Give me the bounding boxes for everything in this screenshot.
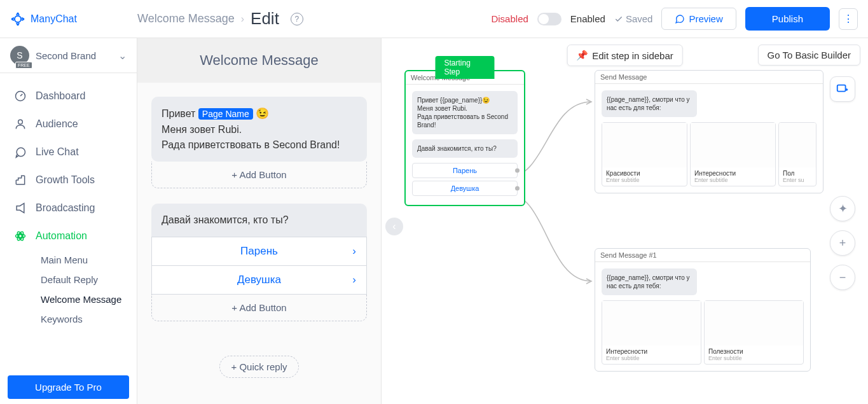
node-card-3[interactable]: Пол Enter su xyxy=(778,122,816,186)
node-option-2-label: Девушка xyxy=(451,185,479,192)
nav-dashboard[interactable]: Dashboard xyxy=(0,82,137,110)
nav-defaultreply[interactable]: Default Reply xyxy=(0,270,137,289)
new-pane-button[interactable] xyxy=(830,76,855,102)
node-card-1[interactable]: Красивости Enter subtitle xyxy=(602,122,687,186)
node-body: {{page_name}}, смотри что у нас есть для… xyxy=(595,84,823,193)
node-option-1[interactable]: Парень xyxy=(412,163,518,178)
msg2-text: Давай знакомится, кто ты? xyxy=(162,214,289,225)
card-subtitle: Enter subtitle xyxy=(602,177,687,186)
chevron-right-icon: › xyxy=(352,245,356,258)
flow-node-send-message[interactable]: Send Message {{page_name}}, смотри что у… xyxy=(595,70,823,193)
nav-growth[interactable]: Growth Tools xyxy=(0,166,137,194)
node-card-2[interactable]: Интересности Enter subtitle xyxy=(690,122,776,186)
publish-button[interactable]: Publish xyxy=(745,7,830,31)
node-card-1[interactable]: Интересности Enter subtitle xyxy=(602,300,701,365)
zoom-in-button[interactable]: + xyxy=(830,230,855,256)
main-layout: S FREE Second Brand ⌄ Dashboard Audience… xyxy=(0,38,868,404)
basic-builder-button[interactable]: Go To Basic Builder xyxy=(758,45,860,66)
more-menu-button[interactable]: ⋮ xyxy=(839,8,858,30)
nav-automation[interactable]: Automation xyxy=(0,222,137,250)
svg-point-3 xyxy=(19,235,22,238)
node-msg: {{page_name}}, смотри что у нас есть для… xyxy=(602,90,697,117)
edit-step-label: Edit step in sidebar xyxy=(592,50,673,61)
card-title: Интересности xyxy=(602,345,701,355)
nav-audience-label: Audience xyxy=(36,118,78,130)
nav-livechat[interactable]: Live Chat xyxy=(0,138,137,166)
flow-node-welcome[interactable]: Starting Step Welcome Message Привет {{p… xyxy=(404,70,525,206)
connector-dot[interactable] xyxy=(515,169,520,173)
nav-audience[interactable]: Audience xyxy=(0,110,137,138)
free-badge: FREE xyxy=(15,62,32,69)
card-image xyxy=(779,123,816,167)
svg-point-0 xyxy=(15,16,21,22)
preview-button[interactable]: Preview xyxy=(661,8,736,30)
quick-reply-wrap: + Quick reply xyxy=(151,337,367,378)
chevron-right-icon: › xyxy=(241,13,244,25)
card-subtitle: Enter subtitle xyxy=(602,355,701,364)
breadcrumb-item[interactable]: Welcome Message xyxy=(137,12,235,25)
message-block-1[interactable]: Привет Page Name 😉 Меня зовет Rubi. Рада… xyxy=(151,97,367,162)
canvas-controls: ✦ + − xyxy=(830,76,855,290)
editor-body: Привет Page Name 😉 Меня зовет Rubi. Рада… xyxy=(137,83,381,392)
canvas-toolbar: 📌 Edit step in sidebar xyxy=(567,45,683,66)
card-title: Полезности xyxy=(705,345,803,355)
option-button-2[interactable]: Девушка › xyxy=(151,266,367,295)
add-button-2[interactable]: + Add Button xyxy=(151,295,367,321)
edit-step-sidebar-button[interactable]: 📌 Edit step in sidebar xyxy=(567,45,683,66)
collapse-panel-button[interactable]: ‹ xyxy=(385,218,403,235)
chevron-right-icon: › xyxy=(352,274,356,286)
help-icon[interactable]: ? xyxy=(291,13,303,25)
nav-keywords[interactable]: Keywords xyxy=(0,309,137,329)
upgrade-button[interactable]: Upgrade To Pro xyxy=(8,375,129,399)
connector-dot[interactable] xyxy=(515,186,520,191)
flow-node-send-message-1[interactable]: Send Message #1 {{page_name}}, смотри чт… xyxy=(595,248,811,372)
node-option-2[interactable]: Девушка xyxy=(412,181,518,196)
option-button-1[interactable]: Парень › xyxy=(151,237,367,266)
msg-text: Привет xyxy=(162,108,198,119)
nav-dashboard-label: Dashboard xyxy=(36,90,85,102)
nav-livechat-label: Live Chat xyxy=(36,146,79,158)
wand-button[interactable]: ✦ xyxy=(830,196,855,221)
svg-point-2 xyxy=(18,120,23,124)
card-subtitle: Enter subtitle xyxy=(691,177,775,186)
add-button-1[interactable]: + Add Button xyxy=(151,162,367,188)
nav-broadcasting-label: Broadcasting xyxy=(36,202,95,214)
option1-label: Парень xyxy=(240,245,278,258)
node-card-2[interactable]: Полезности Enter subtitle xyxy=(704,300,804,365)
header-actions: Disabled Enabled Saved Preview Publish ⋮ xyxy=(491,7,858,31)
node-cards: Интересности Enter subtitle Полезности E… xyxy=(599,298,806,367)
node-msg-2: Давай знакомится, кто ты? xyxy=(412,139,518,158)
starting-step-badge: Starting Step xyxy=(436,56,495,79)
nav-broadcasting[interactable]: Broadcasting xyxy=(0,194,137,222)
nav-mainmenu[interactable]: Main Menu xyxy=(0,250,137,270)
breadcrumb-current: Edit xyxy=(251,9,279,29)
chevron-down-icon: ⌄ xyxy=(118,50,127,62)
nav-welcomemessage[interactable]: Welcome Message xyxy=(0,289,137,309)
brand-selector[interactable]: S FREE Second Brand ⌄ xyxy=(0,38,137,73)
card-image xyxy=(602,123,687,167)
node-option-1-label: Парень xyxy=(453,167,477,174)
node-title: Send Message xyxy=(595,71,823,84)
saved-status: Saved xyxy=(614,13,653,24)
card-image xyxy=(705,301,803,345)
editor-title: Welcome Message xyxy=(137,38,381,83)
disabled-label: Disabled xyxy=(491,13,528,24)
card-title: Пол xyxy=(779,167,816,177)
flow-canvas[interactable]: 📌 Edit step in sidebar Go To Basic Build… xyxy=(382,38,868,404)
logo[interactable]: ManyChat xyxy=(10,11,137,27)
brand-avatar: S FREE xyxy=(10,46,29,65)
emoji-icon: 😉 xyxy=(256,108,269,120)
brand-initial: S xyxy=(17,50,22,60)
enable-toggle[interactable] xyxy=(537,13,561,25)
page-name-variable[interactable]: Page Name xyxy=(198,108,253,120)
breadcrumb: Welcome Message › Edit ? xyxy=(137,9,303,29)
saved-text: Saved xyxy=(626,13,653,24)
add-quick-reply[interactable]: + Quick reply xyxy=(219,356,300,378)
message-block-2[interactable]: Давай знакомится, кто ты? xyxy=(151,204,367,237)
top-header: ManyChat Welcome Message › Edit ? Disabl… xyxy=(0,0,868,38)
option2-label: Девушка xyxy=(237,274,281,286)
node-cards: Красивости Enter subtitle Интересности E… xyxy=(599,120,819,189)
zoom-out-button[interactable]: − xyxy=(830,265,855,290)
node-msg-1: Привет {{page_name}}😉 Меня зовет Rubi. Р… xyxy=(412,91,518,134)
card-title: Интересности xyxy=(691,167,775,177)
